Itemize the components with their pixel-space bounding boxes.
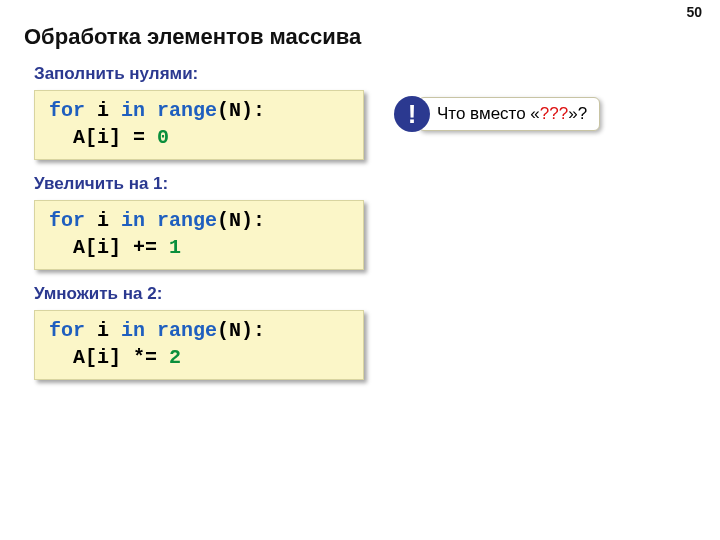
kw-for: for: [49, 209, 85, 232]
code-text: i: [85, 319, 121, 342]
code-text: A[i] =: [49, 126, 157, 149]
exclamation-icon: !: [394, 96, 430, 132]
kw-for: for: [49, 99, 85, 122]
kw-in: in: [121, 319, 145, 342]
callout-post: »?: [568, 104, 587, 123]
code-text: (N):: [217, 209, 265, 232]
page-number: 50: [686, 4, 702, 20]
kw-in: in: [121, 99, 145, 122]
code-block-multiply: for i in range(N): A[i] *= 2: [34, 310, 364, 380]
code-text: (N):: [217, 99, 265, 122]
callout-pre: Что вместо «: [437, 104, 540, 123]
kw-in: in: [121, 209, 145, 232]
callout: ! Что вместо «???»?: [394, 96, 600, 132]
kw-range: range: [157, 209, 217, 232]
callout-placeholder: ???: [540, 104, 568, 123]
code-text: i: [85, 209, 121, 232]
code-literal: 2: [169, 346, 181, 369]
section-heading-increment: Увеличить на 1:: [34, 174, 696, 194]
kw-range: range: [157, 99, 217, 122]
code-literal: 1: [169, 236, 181, 259]
code-text: (N):: [217, 319, 265, 342]
code-text: i: [85, 99, 121, 122]
code-text: A[i] *=: [49, 346, 169, 369]
kw-for: for: [49, 319, 85, 342]
section-heading-multiply: Умножить на 2:: [34, 284, 696, 304]
code-block-fill-zero: for i in range(N): A[i] = 0: [34, 90, 364, 160]
code-literal: 0: [157, 126, 169, 149]
section-heading-fill-zero: Заполнить нулями:: [34, 64, 696, 84]
code-block-increment: for i in range(N): A[i] += 1: [34, 200, 364, 270]
code-text: A[i] +=: [49, 236, 169, 259]
callout-text: Что вместо «???»?: [418, 97, 600, 131]
slide-title: Обработка элементов массива: [24, 24, 696, 50]
kw-range: range: [157, 319, 217, 342]
